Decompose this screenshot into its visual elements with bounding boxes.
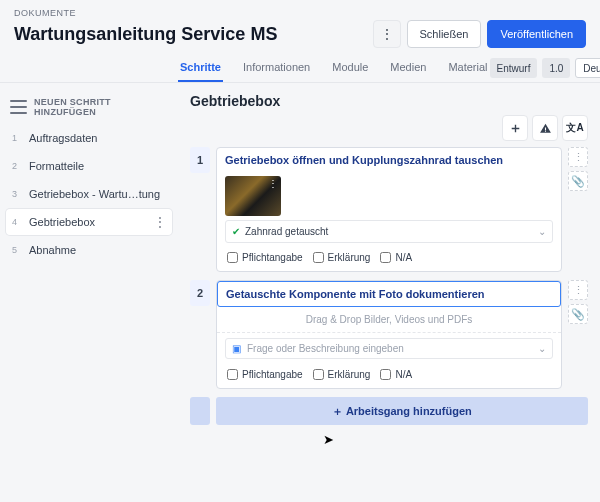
step-number: 2: [190, 280, 210, 306]
tab-material[interactable]: Material: [446, 54, 489, 82]
tab-module[interactable]: Module: [330, 54, 370, 82]
kebab-icon: ⋮: [381, 27, 393, 41]
chevron-down-icon: ⌄: [538, 343, 546, 354]
question-input[interactable]: ▣Frage oder Beschreibung eingeben⌄: [225, 338, 553, 359]
kebab-icon[interactable]: ⋮: [154, 216, 166, 228]
status-badge: Entwurf: [490, 58, 538, 78]
version-badge: 1.0: [542, 58, 570, 78]
menu-icon[interactable]: [10, 100, 27, 114]
opt-pflicht[interactable]: Pflichtangabe: [227, 252, 303, 263]
publish-button[interactable]: Veröffentlichen: [487, 20, 586, 48]
plus-icon: [509, 122, 522, 135]
drop-zone[interactable]: Drag & Drop Bilder, Videos und PDFs: [217, 307, 561, 333]
step-2: 2 Getauschte Komponente mit Foto dokumen…: [190, 280, 588, 389]
add-step-label[interactable]: NEUEN SCHRITT HINZUFÜGEN: [34, 97, 168, 117]
warning-button[interactable]: [532, 115, 558, 141]
opt-pflicht[interactable]: Pflichtangabe: [227, 369, 303, 380]
sidebar-item-2[interactable]: 2Formatteile: [6, 153, 172, 179]
tab-informationen[interactable]: Informationen: [241, 54, 312, 82]
opt-erklaerung[interactable]: Erklärung: [313, 369, 371, 380]
sidebar-item-5[interactable]: 5Abnahme: [6, 237, 172, 263]
step-1: 1 Getriebebox öffnen und Kupplungszahnra…: [190, 147, 588, 272]
sub-task[interactable]: ✔Zahnrad getauscht⌄: [225, 220, 553, 243]
step-thumbnail[interactable]: [225, 176, 281, 216]
tab-schritte[interactable]: Schritte: [178, 54, 223, 82]
tab-medien[interactable]: Medien: [388, 54, 428, 82]
chevron-down-icon: ⌄: [538, 226, 546, 237]
kebab-icon: ⋮: [573, 151, 584, 164]
sidebar-item-1[interactable]: 1Auftragsdaten: [6, 125, 172, 151]
opt-erklaerung[interactable]: Erklärung: [313, 252, 371, 263]
step-menu-button[interactable]: ⋮: [568, 280, 588, 300]
sidebar-item-4[interactable]: 4Gebtriebebox⋮: [6, 209, 172, 235]
add-button[interactable]: [502, 115, 528, 141]
breadcrumb: DOKUMENTE: [14, 8, 586, 18]
attachment-button[interactable]: 📎: [568, 304, 588, 324]
step-menu-button[interactable]: ⋮: [568, 147, 588, 167]
page-title: Wartungsanleitung Service MS: [14, 24, 277, 45]
translate-icon: 文A: [566, 121, 583, 135]
step-number: 1: [190, 147, 210, 173]
translate-button[interactable]: 文A: [562, 115, 588, 141]
paperclip-icon: 📎: [571, 308, 585, 321]
step-title-input[interactable]: Getauschte Komponente mit Foto dokumenti…: [217, 281, 561, 307]
step-heading: Gebtriebebox: [190, 93, 588, 109]
kebab-icon: ⋮: [573, 284, 584, 297]
close-button[interactable]: Schließen: [407, 20, 482, 48]
attachment-button[interactable]: 📎: [568, 171, 588, 191]
sidebar-item-3[interactable]: 3Getriebebox - Wartu…tung: [6, 181, 172, 207]
warning-icon: [539, 122, 552, 135]
check-icon: ✔: [232, 226, 240, 237]
opt-na[interactable]: N/A: [380, 369, 412, 380]
language-select[interactable]: Deutsch ▾: [575, 58, 600, 78]
tabs: Schritte Informationen Module Medien Mat…: [178, 54, 490, 82]
plus-icon: ＋: [332, 405, 343, 417]
camera-icon: ▣: [232, 343, 241, 354]
add-step-button[interactable]: ＋ Arbeitsgang hinzufügen: [216, 397, 588, 425]
add-step-stub: [190, 397, 210, 425]
paperclip-icon: 📎: [571, 175, 585, 188]
more-menu-button[interactable]: ⋮: [373, 20, 401, 48]
opt-na[interactable]: N/A: [380, 252, 412, 263]
step-title[interactable]: Getriebebox öffnen und Kupplungszahnrad …: [217, 148, 561, 172]
